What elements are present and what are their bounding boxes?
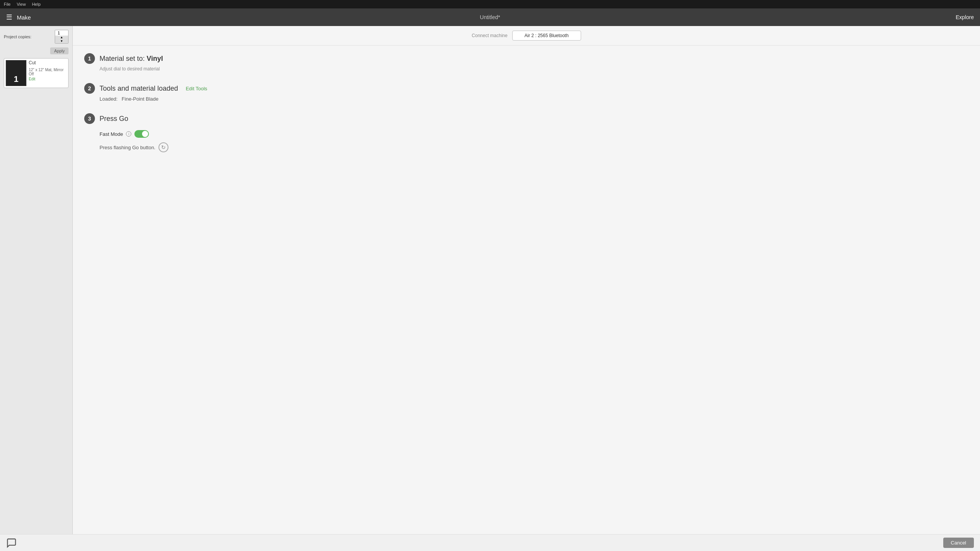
- sidebar: Project copies: ▲ ▼ Apply 1 Cut 12" x 12…: [0, 26, 73, 551]
- fast-mode-toggle[interactable]: [134, 130, 149, 138]
- step-2: 2 Tools and material loaded Edit Tools L…: [84, 83, 969, 102]
- copies-input[interactable]: [55, 30, 68, 36]
- chat-icon[interactable]: [6, 538, 17, 548]
- apply-button[interactable]: Apply: [50, 47, 69, 54]
- step-1-bold: Vinyl: [147, 55, 163, 62]
- fast-mode-info-icon[interactable]: i: [126, 131, 131, 137]
- toggle-thumb: [142, 131, 148, 137]
- loaded-value: Fine-Point Blade: [122, 96, 158, 102]
- content-area: Connect machine Air 2 : 2565 Bluetooth 1…: [73, 26, 980, 551]
- cancel-button[interactable]: Cancel: [943, 538, 974, 548]
- copies-spinner[interactable]: ▲ ▼: [55, 30, 69, 44]
- menu-file[interactable]: File: [4, 2, 11, 7]
- connect-machine-button[interactable]: Air 2 : 2565 Bluetooth: [512, 31, 581, 41]
- press-go-text: Press flashing Go button.: [100, 145, 155, 150]
- step-2-title: Tools and material loaded: [100, 85, 178, 93]
- step-3-header: 3 Press Go: [84, 113, 969, 124]
- loaded-label: Loaded:: [100, 96, 118, 102]
- make-label: Make: [17, 14, 31, 21]
- step-3-title: Press Go: [100, 115, 128, 123]
- edit-tools-link[interactable]: Edit Tools: [186, 86, 207, 91]
- copies-down-button[interactable]: ▼: [55, 39, 68, 43]
- bottom-bar: Cancel: [0, 534, 980, 551]
- fast-mode-row: Fast Mode i: [100, 130, 969, 138]
- connect-bar: Connect machine Air 2 : 2565 Bluetooth: [73, 26, 980, 46]
- menu-bar: File View Help: [0, 0, 980, 8]
- go-icon: ↻: [158, 142, 168, 152]
- loaded-row: Loaded: Fine-Point Blade: [100, 96, 969, 102]
- main-layout: Project copies: ▲ ▼ Apply 1 Cut 12" x 12…: [0, 26, 980, 551]
- step-1: 1 Material set to: Vinyl Adjust dial to …: [84, 53, 969, 72]
- steps-container: 1 Material set to: Vinyl Adjust dial to …: [73, 46, 980, 160]
- step-3-circle: 3: [84, 113, 95, 124]
- mat-thumbnail: 1 Cut 12" x 12" Mat, Mirror Off Edit: [4, 58, 69, 88]
- step-2-circle: 2: [84, 83, 95, 94]
- step-1-title: Material set to: Vinyl: [100, 55, 163, 63]
- step-1-subtitle: Adjust dial to desired material: [100, 66, 969, 72]
- mat-details: 12" x 12" Mat, Mirror Off: [29, 68, 67, 76]
- menu-view[interactable]: View: [17, 2, 26, 7]
- header-left: ☰ Make: [6, 13, 31, 21]
- copies-up-button[interactable]: ▲: [55, 36, 68, 39]
- mat-info: Cut 12" x 12" Mat, Mirror Off Edit: [29, 60, 67, 81]
- menu-help[interactable]: Help: [32, 2, 41, 7]
- press-go-row: Press flashing Go button. ↻: [100, 142, 969, 152]
- explore-button[interactable]: Explore: [956, 14, 974, 20]
- project-title: Untitled*: [480, 14, 500, 20]
- mat-number: 1: [14, 74, 18, 84]
- step-1-circle: 1: [84, 53, 95, 64]
- fast-mode-label: Fast Mode: [100, 131, 123, 137]
- connect-label: Connect machine: [472, 33, 507, 38]
- project-copies-label: Project copies:: [4, 34, 31, 39]
- mat-image: 1: [6, 60, 26, 86]
- step-1-header: 1 Material set to: Vinyl: [84, 53, 969, 64]
- mat-cut-label: Cut: [29, 60, 67, 65]
- header: ☰ Make Untitled* Explore: [0, 8, 980, 26]
- step-2-header: 2 Tools and material loaded Edit Tools: [84, 83, 969, 94]
- hamburger-icon[interactable]: ☰: [6, 13, 12, 21]
- step-3: 3 Press Go Fast Mode i Press flashing Go…: [84, 113, 969, 152]
- mat-edit-link[interactable]: Edit: [29, 77, 67, 81]
- project-copies-row: Project copies: ▲ ▼: [4, 30, 69, 44]
